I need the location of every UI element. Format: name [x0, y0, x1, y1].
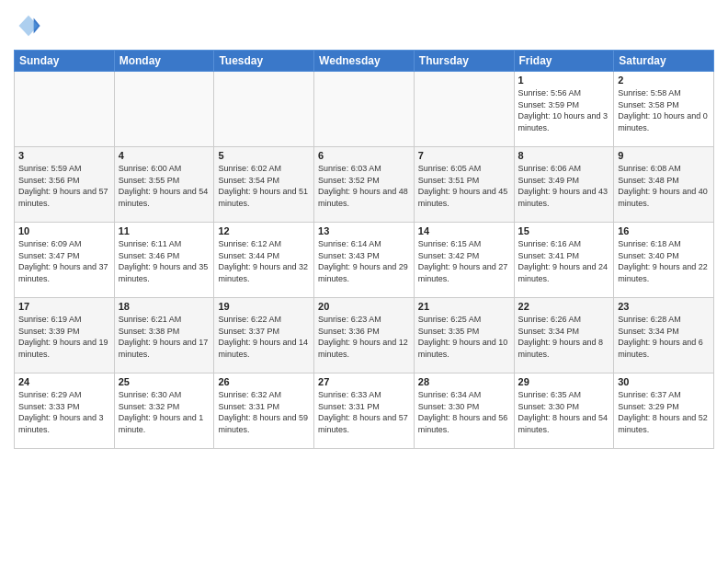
calendar-cell: 11Sunrise: 6:11 AM Sunset: 3:46 PM Dayli…: [114, 223, 214, 298]
day-info: Sunrise: 6:22 AM Sunset: 3:37 PM Dayligh…: [218, 314, 310, 360]
day-info: Sunrise: 6:34 AM Sunset: 3:30 PM Dayligh…: [418, 389, 510, 435]
day-info: Sunrise: 6:35 AM Sunset: 3:30 PM Dayligh…: [518, 389, 610, 435]
calendar-cell: 27Sunrise: 6:33 AM Sunset: 3:31 PM Dayli…: [314, 373, 415, 449]
day-number: 14: [418, 225, 510, 236]
calendar-cell: 21Sunrise: 6:25 AM Sunset: 3:35 PM Dayli…: [414, 298, 514, 373]
calendar-cell: [214, 72, 314, 147]
calendar-cell: [114, 72, 214, 147]
day-info: Sunrise: 6:11 AM Sunset: 3:46 PM Dayligh…: [119, 238, 210, 284]
day-number: 6: [318, 150, 410, 161]
day-info: Sunrise: 6:26 AM Sunset: 3:34 PM Dayligh…: [518, 314, 610, 360]
calendar-cell: [414, 72, 514, 147]
day-info: Sunrise: 6:12 AM Sunset: 3:44 PM Dayligh…: [218, 238, 310, 284]
day-number: 7: [418, 150, 510, 161]
day-info: Sunrise: 5:59 AM Sunset: 3:56 PM Dayligh…: [18, 163, 110, 209]
day-number: 29: [518, 376, 610, 387]
day-number: 25: [119, 376, 210, 387]
calendar-cell: 29Sunrise: 6:35 AM Sunset: 3:30 PM Dayli…: [514, 373, 614, 449]
day-number: 18: [119, 301, 210, 312]
calendar-day-header: Tuesday: [214, 51, 314, 72]
day-info: Sunrise: 6:23 AM Sunset: 3:36 PM Dayligh…: [318, 314, 410, 360]
day-number: 27: [318, 376, 410, 387]
header: [14, 9, 714, 42]
calendar-cell: 24Sunrise: 6:29 AM Sunset: 3:33 PM Dayli…: [15, 373, 115, 449]
calendar-cell: 10Sunrise: 6:09 AM Sunset: 3:47 PM Dayli…: [15, 223, 115, 298]
day-number: 30: [618, 376, 710, 387]
day-info: Sunrise: 6:00 AM Sunset: 3:55 PM Dayligh…: [119, 163, 210, 209]
calendar-cell: 5Sunrise: 6:02 AM Sunset: 3:54 PM Daylig…: [214, 147, 314, 223]
day-number: 1: [518, 75, 610, 86]
day-info: Sunrise: 6:30 AM Sunset: 3:32 PM Dayligh…: [119, 389, 210, 435]
logo-icon: [16, 13, 41, 39]
calendar-header-row: SundayMondayTuesdayWednesdayThursdayFrid…: [15, 51, 714, 72]
calendar-cell: 8Sunrise: 6:06 AM Sunset: 3:49 PM Daylig…: [514, 147, 614, 223]
day-number: 17: [18, 301, 110, 312]
day-number: 13: [318, 225, 410, 236]
day-number: 15: [518, 225, 610, 236]
calendar-week-row: 1Sunrise: 5:56 AM Sunset: 3:59 PM Daylig…: [15, 72, 714, 147]
calendar-week-row: 17Sunrise: 6:19 AM Sunset: 3:39 PM Dayli…: [15, 298, 714, 373]
calendar-cell: [314, 72, 415, 147]
day-number: 12: [218, 225, 310, 236]
day-info: Sunrise: 6:18 AM Sunset: 3:40 PM Dayligh…: [618, 238, 710, 284]
calendar-cell: 6Sunrise: 6:03 AM Sunset: 3:52 PM Daylig…: [314, 147, 415, 223]
calendar-cell: 17Sunrise: 6:19 AM Sunset: 3:39 PM Dayli…: [15, 298, 115, 373]
calendar-cell: 25Sunrise: 6:30 AM Sunset: 3:32 PM Dayli…: [114, 373, 214, 449]
calendar-week-row: 10Sunrise: 6:09 AM Sunset: 3:47 PM Dayli…: [15, 223, 714, 298]
calendar-cell: 18Sunrise: 6:21 AM Sunset: 3:38 PM Dayli…: [114, 298, 214, 373]
day-number: 4: [119, 150, 210, 161]
page: SundayMondayTuesdayWednesdayThursdayFrid…: [0, 0, 728, 563]
calendar-table: SundayMondayTuesdayWednesdayThursdayFrid…: [14, 50, 714, 449]
calendar-cell: 9Sunrise: 6:08 AM Sunset: 3:48 PM Daylig…: [614, 147, 714, 223]
day-number: 19: [218, 301, 310, 312]
day-info: Sunrise: 5:56 AM Sunset: 3:59 PM Dayligh…: [518, 87, 610, 133]
calendar-cell: 26Sunrise: 6:32 AM Sunset: 3:31 PM Dayli…: [214, 373, 314, 449]
calendar-day-header: Saturday: [614, 51, 714, 72]
day-info: Sunrise: 6:21 AM Sunset: 3:38 PM Dayligh…: [119, 314, 210, 360]
calendar-cell: 16Sunrise: 6:18 AM Sunset: 3:40 PM Dayli…: [614, 223, 714, 298]
calendar-cell: 20Sunrise: 6:23 AM Sunset: 3:36 PM Dayli…: [314, 298, 415, 373]
calendar-cell: 22Sunrise: 6:26 AM Sunset: 3:34 PM Dayli…: [514, 298, 614, 373]
day-number: 11: [119, 225, 210, 236]
calendar-cell: 28Sunrise: 6:34 AM Sunset: 3:30 PM Dayli…: [414, 373, 514, 449]
day-info: Sunrise: 6:02 AM Sunset: 3:54 PM Dayligh…: [218, 163, 310, 209]
day-info: Sunrise: 6:15 AM Sunset: 3:42 PM Dayligh…: [418, 238, 510, 284]
day-number: 23: [618, 301, 710, 312]
calendar-cell: 15Sunrise: 6:16 AM Sunset: 3:41 PM Dayli…: [514, 223, 614, 298]
calendar-cell: 23Sunrise: 6:28 AM Sunset: 3:34 PM Dayli…: [614, 298, 714, 373]
calendar-day-header: Wednesday: [314, 51, 415, 72]
day-info: Sunrise: 6:05 AM Sunset: 3:51 PM Dayligh…: [418, 163, 510, 209]
day-number: 9: [618, 150, 710, 161]
calendar-day-header: Friday: [514, 51, 614, 72]
svg-marker-1: [19, 16, 39, 36]
calendar-cell: [15, 72, 115, 147]
calendar-cell: 2Sunrise: 5:58 AM Sunset: 3:58 PM Daylig…: [614, 72, 714, 147]
calendar-cell: 4Sunrise: 6:00 AM Sunset: 3:55 PM Daylig…: [114, 147, 214, 223]
day-info: Sunrise: 6:28 AM Sunset: 3:34 PM Dayligh…: [618, 314, 710, 360]
calendar-cell: 12Sunrise: 6:12 AM Sunset: 3:44 PM Dayli…: [214, 223, 314, 298]
day-info: Sunrise: 6:37 AM Sunset: 3:29 PM Dayligh…: [618, 389, 710, 435]
day-info: Sunrise: 6:14 AM Sunset: 3:43 PM Dayligh…: [318, 238, 410, 284]
day-info: Sunrise: 6:03 AM Sunset: 3:52 PM Dayligh…: [318, 163, 410, 209]
day-info: Sunrise: 6:33 AM Sunset: 3:31 PM Dayligh…: [318, 389, 410, 435]
day-number: 24: [18, 376, 110, 387]
day-info: Sunrise: 6:09 AM Sunset: 3:47 PM Dayligh…: [18, 238, 110, 284]
calendar-day-header: Monday: [114, 51, 214, 72]
day-number: 3: [18, 150, 110, 161]
day-number: 2: [618, 75, 710, 86]
calendar-cell: 1Sunrise: 5:56 AM Sunset: 3:59 PM Daylig…: [514, 72, 614, 147]
calendar-cell: 3Sunrise: 5:59 AM Sunset: 3:56 PM Daylig…: [15, 147, 115, 223]
day-info: Sunrise: 6:19 AM Sunset: 3:39 PM Dayligh…: [18, 314, 110, 360]
calendar-cell: 14Sunrise: 6:15 AM Sunset: 3:42 PM Dayli…: [414, 223, 514, 298]
calendar-day-header: Sunday: [15, 51, 115, 72]
day-number: 5: [218, 150, 310, 161]
day-number: 26: [218, 376, 310, 387]
calendar-week-row: 3Sunrise: 5:59 AM Sunset: 3:56 PM Daylig…: [15, 147, 714, 223]
day-number: 8: [518, 150, 610, 161]
day-info: Sunrise: 6:08 AM Sunset: 3:48 PM Dayligh…: [618, 163, 710, 209]
calendar-cell: 19Sunrise: 6:22 AM Sunset: 3:37 PM Dayli…: [214, 298, 314, 373]
day-number: 21: [418, 301, 510, 312]
day-info: Sunrise: 6:29 AM Sunset: 3:33 PM Dayligh…: [18, 389, 110, 435]
day-number: 10: [18, 225, 110, 236]
day-info: Sunrise: 6:06 AM Sunset: 3:49 PM Dayligh…: [518, 163, 610, 209]
